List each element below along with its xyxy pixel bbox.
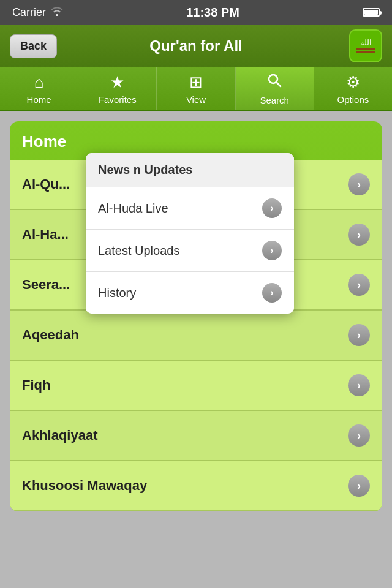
tab-search-label: Search <box>260 95 289 105</box>
tab-view-label: View <box>186 94 206 105</box>
back-button[interactable]: Back <box>10 34 57 58</box>
tab-search[interactable]: Search <box>236 67 314 110</box>
list-item-label: Khusoosi Mawaqay <box>22 478 147 494</box>
chevron-right-icon: › <box>348 324 370 346</box>
svg-line-4 <box>277 83 281 87</box>
dropdown-item-label: History <box>98 286 136 300</box>
dropdown-menu: News n Updates Al-Huda Live › Latest Upl… <box>86 153 294 314</box>
dropdown-item-label: Al-Huda Live <box>98 202 168 216</box>
tab-home-label: Home <box>27 94 51 105</box>
view-icon: ⊞ <box>189 73 203 92</box>
list-item-label: Al-Qu... <box>22 176 70 192</box>
tab-favorites-label: Favorites <box>99 94 137 105</box>
chevron-right-icon: › <box>262 283 282 303</box>
chevron-right-icon: › <box>348 224 370 246</box>
content-area: Home Al-Qu... › Al-Ha... › Seera... › Aq… <box>0 111 392 588</box>
chevron-right-icon: › <box>262 198 282 218</box>
status-right <box>363 8 380 17</box>
dropdown-header: News n Updates <box>86 153 294 187</box>
list-item-akhlaqiyaat[interactable]: Akhlaqiyaat › <box>10 411 382 461</box>
battery-icon <box>363 8 380 17</box>
list-item-label: Al-Ha... <box>22 227 69 243</box>
list-item-label: Seera... <box>22 277 70 293</box>
home-icon: ⌂ <box>34 73 44 92</box>
wifi-icon <box>51 6 63 19</box>
dropdown-item-history[interactable]: History › <box>86 272 294 314</box>
tab-options[interactable]: ⚙ Options <box>314 67 392 110</box>
chevron-right-icon: › <box>348 424 370 447</box>
dropdown-item-label: Latest Uploads <box>98 244 179 258</box>
status-left: Carrier <box>12 6 63 19</box>
options-icon: ⚙ <box>346 73 360 92</box>
dropdown-item-latest-uploads[interactable]: Latest Uploads › <box>86 230 294 272</box>
list-item-aqeedah[interactable]: Aqeedah › <box>10 311 382 361</box>
list-item-khusoosi[interactable]: Khusoosi Mawaqay › <box>10 461 382 511</box>
nav-title: Qur'an for All <box>149 37 243 55</box>
list-item-label: Aqeedah <box>22 327 79 343</box>
favorites-icon: ★ <box>110 73 124 92</box>
chevron-right-icon: › <box>348 475 370 497</box>
status-bar: Carrier 11:38 PM <box>0 0 392 24</box>
status-time: 11:38 PM <box>186 6 239 20</box>
svg-text:الله: الله <box>360 38 372 47</box>
tab-favorites[interactable]: ★ Favorites <box>78 67 157 110</box>
tab-bar: ⌂ Home ★ Favorites ⊞ View Search ⚙ Optio… <box>0 67 392 111</box>
tab-view[interactable]: ⊞ View <box>157 67 235 110</box>
chevron-right-icon: › <box>348 274 370 296</box>
app-logo: الله <box>349 29 382 62</box>
dropdown-item-al-huda-live[interactable]: Al-Huda Live › <box>86 187 294 230</box>
list-item-label: Fiqh <box>22 377 50 393</box>
tab-options-label: Options <box>337 94 369 105</box>
search-icon <box>266 72 282 92</box>
chevron-right-icon: › <box>262 241 282 260</box>
nav-bar: Back Qur'an for All الله <box>0 24 392 67</box>
list-item-fiqh[interactable]: Fiqh › <box>10 361 382 411</box>
tab-home[interactable]: ⌂ Home <box>0 67 78 110</box>
list-item-label: Akhlaqiyaat <box>22 428 98 443</box>
chevron-right-icon: › <box>348 173 370 195</box>
carrier-label: Carrier <box>12 6 46 19</box>
chevron-right-icon: › <box>348 374 370 396</box>
